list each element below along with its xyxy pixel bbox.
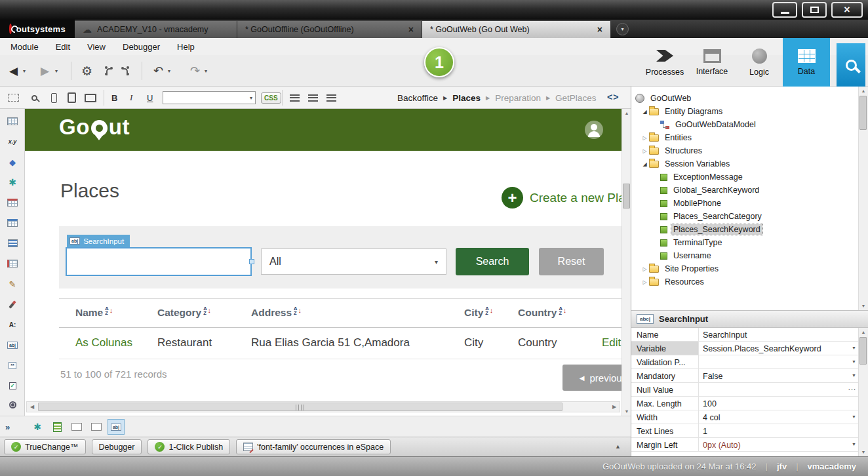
place-name-link[interactable]: As Colunas xyxy=(75,336,132,349)
checkbox-widget-icon[interactable]: ✓ xyxy=(3,377,22,394)
scroll-right-icon[interactable]: ▶ xyxy=(609,402,620,412)
expand-icon[interactable]: ▷ xyxy=(641,266,649,272)
menu-view[interactable]: View xyxy=(87,42,106,52)
close-tab-icon[interactable]: × xyxy=(592,24,602,35)
tree-item-terminaltype[interactable]: TerminalType xyxy=(631,236,857,249)
tree-item-gooutwebdatamodel[interactable]: GoOutWebDataModel xyxy=(631,118,857,131)
breadcrumb-item-getplaces[interactable]: GetPlaces xyxy=(555,93,596,103)
property-value[interactable]: SearchInput xyxy=(699,328,859,341)
tree-item-global-searchkeyword[interactable]: Global_SearchKeyword xyxy=(631,184,857,197)
tree-item-gooutweb[interactable]: GoOutWeb xyxy=(631,92,857,105)
menu-module[interactable]: Module xyxy=(10,42,39,52)
back-button[interactable]: ◀ xyxy=(9,55,18,87)
previous-button[interactable]: ◀ previous xyxy=(562,365,621,391)
breadcrumb-item-places[interactable]: Places xyxy=(452,93,481,103)
property-value[interactable]: 1 xyxy=(699,424,859,437)
expand-icon[interactable]: ▷ xyxy=(641,135,649,141)
expression-widget-icon[interactable]: x.y xyxy=(3,133,22,150)
create-new-link[interactable]: + Create a new Place xyxy=(502,187,621,208)
scroll-down-icon[interactable]: ▼ xyxy=(859,448,868,456)
zoom-icon[interactable] xyxy=(31,87,37,109)
menu-edit[interactable]: Edit xyxy=(56,42,70,52)
placeholder-widget-icon[interactable]: ✱ xyxy=(3,174,22,191)
tree-item-exceptionmessage[interactable]: ExceptionMessage xyxy=(631,170,857,184)
property-value[interactable]: 100 xyxy=(699,397,859,410)
column-header-city[interactable]: City AZ↓ xyxy=(464,307,493,319)
ellipsis-icon[interactable]: ... xyxy=(848,384,856,391)
column-header-category[interactable]: Category AZ↓ xyxy=(157,307,211,319)
desktop-preview-icon[interactable] xyxy=(85,87,96,109)
search-input[interactable] xyxy=(66,247,252,276)
data-button[interactable]: Data xyxy=(783,38,830,87)
property-value[interactable]: ... xyxy=(699,383,859,396)
expand-panel-icon[interactable]: ▲ xyxy=(615,443,621,450)
phone-preview-icon[interactable] xyxy=(51,87,57,109)
debugger-button[interactable]: Debugger xyxy=(92,439,142,454)
container-tool-icon[interactable] xyxy=(68,419,85,435)
radio-widget-icon[interactable] xyxy=(3,396,22,413)
interface-button[interactable]: Interface xyxy=(688,38,736,87)
expand-icon[interactable]: ▷ xyxy=(641,279,649,285)
category-dropdown[interactable]: All ▾ xyxy=(261,248,446,275)
property-value[interactable]: ▼ xyxy=(699,355,859,368)
table-widget-icon[interactable] xyxy=(3,113,22,130)
column-header-country[interactable]: Country AZ↓ xyxy=(518,307,566,319)
list-tool-icon[interactable] xyxy=(49,419,66,435)
italic-button[interactable]: I xyxy=(130,87,132,109)
tree-item-structures[interactable]: ▷ Structures xyxy=(631,144,857,157)
tree-item-resources[interactable]: ▷ Resources xyxy=(631,275,857,288)
merge-icon[interactable] xyxy=(122,55,132,87)
redo-button[interactable]: ↷ xyxy=(190,55,200,87)
tree-item-mobilephone[interactable]: MobilePhone xyxy=(631,197,857,210)
editor-canvas[interactable]: Gout Places + Create a new Place ab| Sea… xyxy=(25,109,621,416)
input-tool-icon[interactable]: ab| xyxy=(108,419,125,435)
tablet-preview-icon[interactable] xyxy=(68,87,76,109)
menu-debugger[interactable]: Debugger xyxy=(123,42,160,52)
close-tab-icon[interactable]: × xyxy=(403,24,414,35)
column-header-name[interactable]: Name AZ↓ xyxy=(75,307,113,319)
minimize-button[interactable] xyxy=(772,2,797,18)
undo-button[interactable]: ↶ xyxy=(153,55,163,87)
find-results-tab[interactable]: 'font-family' occurrences in eSpace xyxy=(236,439,391,454)
show-record-widget-icon[interactable] xyxy=(3,235,22,252)
gear-icon[interactable]: ⚙ xyxy=(81,55,92,87)
tab-gooutoffline[interactable]: * GoOutOffline (GoOutOffline) × xyxy=(237,21,422,38)
chevron-down-icon[interactable]: ▼ xyxy=(852,346,856,350)
chevron-down-icon[interactable]: ▼ xyxy=(852,442,856,446)
edit-link[interactable]: Edit xyxy=(602,336,621,349)
expand-palette-icon[interactable]: » xyxy=(5,416,10,437)
property-value[interactable]: 4 col▼ xyxy=(699,410,859,424)
scrollbar-thumb[interactable] xyxy=(859,96,867,130)
chevron-down-icon[interactable]: ▼ xyxy=(852,373,856,378)
tree-item-places-searchkeyword[interactable]: Places_SearchKeyword xyxy=(631,223,857,236)
scrollbar-thumb[interactable] xyxy=(859,337,867,365)
tree-item-session-variables[interactable]: ◢ Session Variables xyxy=(631,157,857,170)
label-widget-icon[interactable]: A: xyxy=(3,316,22,333)
undo-dropdown-icon[interactable]: ▾ xyxy=(168,55,170,87)
truechange-button[interactable]: ✓ TrueChange™ xyxy=(4,439,86,454)
placeholder-tool-icon[interactable]: ✱ xyxy=(29,419,46,435)
container2-tool-icon[interactable] xyxy=(88,419,105,435)
reset-button[interactable]: Reset xyxy=(539,248,604,275)
forward-dropdown-icon[interactable]: ▾ xyxy=(55,55,58,87)
resize-handle[interactable] xyxy=(249,259,254,264)
collapse-icon[interactable]: ◢ xyxy=(641,109,649,115)
tab-list-dropdown[interactable]: ▾ xyxy=(616,23,629,35)
selection-tool-icon[interactable] xyxy=(8,87,19,109)
close-button[interactable]: × xyxy=(831,2,863,18)
canvas-horizontal-scrollbar[interactable]: ◀ ▶ xyxy=(26,401,620,412)
bold-button[interactable]: B xyxy=(111,87,117,109)
forward-button[interactable]: ▶ xyxy=(41,55,49,87)
scroll-up-icon[interactable]: ▲ xyxy=(859,87,868,95)
expand-icon[interactable]: ▷ xyxy=(641,148,649,154)
property-value[interactable]: False▼ xyxy=(699,369,859,382)
scroll-down-icon[interactable]: ▼ xyxy=(859,302,868,310)
underline-button[interactable]: U xyxy=(147,87,153,109)
list-records-widget-icon[interactable] xyxy=(3,194,22,211)
tree-scrollbar[interactable]: ▲ ▼ xyxy=(858,87,868,310)
scroll-up-icon[interactable]: ▲ xyxy=(622,109,631,117)
canvas-vertical-scrollbar[interactable]: ▲ ▼ xyxy=(621,109,631,416)
scrollbar-thumb[interactable] xyxy=(38,403,562,411)
branch-icon[interactable] xyxy=(102,55,112,87)
scroll-down-icon[interactable]: ▼ xyxy=(622,407,631,416)
